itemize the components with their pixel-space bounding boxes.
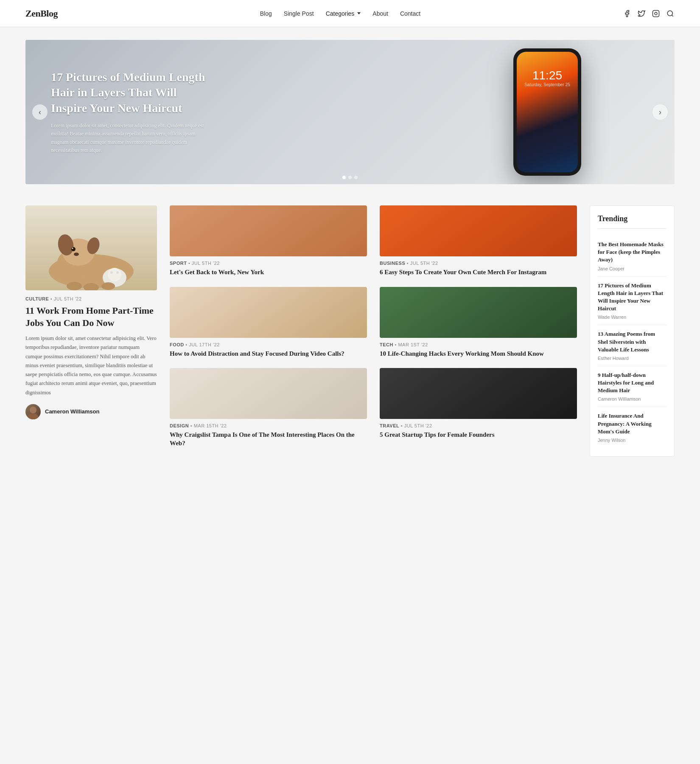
trending-item-3: 9 Half-up/half-down Hairstyles for Long … xyxy=(598,366,666,407)
svg-line-3 xyxy=(672,15,673,16)
left-card-1: FOOD • JUL 17TH '22 How to Avoid Distrac… xyxy=(170,285,367,358)
right-card-0: BUSINESS • JUL 5TH '22 6 Easy Steps To C… xyxy=(380,205,577,277)
card-title-right-1[interactable]: 10 Life-Changing Hacks Every Working Mom… xyxy=(380,350,577,358)
trending-item-author-0: Jane Cooper xyxy=(598,266,666,271)
nav-blog[interactable]: Blog xyxy=(260,10,272,17)
card-image-right-2 xyxy=(380,368,577,419)
trending-title: Trending xyxy=(598,214,666,229)
social-icons-group xyxy=(623,9,675,18)
svg-rect-0 xyxy=(653,10,659,17)
svg-point-18 xyxy=(101,282,115,290)
svg-point-15 xyxy=(116,271,119,274)
trending-item-author-3: Cameron Williamson xyxy=(598,396,666,402)
card-image-left-2 xyxy=(170,368,367,419)
svg-point-19 xyxy=(30,407,36,413)
nav-about[interactable]: About xyxy=(372,10,388,17)
nav-contact[interactable]: Contact xyxy=(400,10,420,17)
svg-point-10 xyxy=(72,248,73,249)
svg-point-11 xyxy=(74,253,79,256)
svg-point-20 xyxy=(28,413,38,419)
card-title-left-0[interactable]: Let's Get Back to Work, New York xyxy=(170,268,367,277)
svg-point-13 xyxy=(108,268,121,281)
nav-single-post[interactable]: Single Post xyxy=(284,10,314,17)
card-title-right-2[interactable]: 5 Great Startup Tips for Female Founders xyxy=(380,431,577,439)
card-meta-right-0: BUSINESS • JUL 5TH '22 xyxy=(380,261,577,266)
site-header: ZenBlog Blog Single Post Categories Abou… xyxy=(0,0,700,27)
featured-article-image xyxy=(25,205,157,290)
author-name[interactable]: Cameron Williamson xyxy=(45,408,99,415)
trending-item-author-2: Esther Howard xyxy=(598,356,666,361)
mid-right-column: BUSINESS • JUL 5TH '22 6 Easy Steps To C… xyxy=(380,205,577,457)
card-meta-right-2: TRAVEL • JUL 5TH '22 xyxy=(380,423,577,428)
card-meta-left-1: FOOD • JUL 17TH '22 xyxy=(170,342,367,347)
twitter-icon[interactable] xyxy=(637,9,646,18)
svg-point-14 xyxy=(110,271,113,274)
site-logo[interactable]: ZenBlog xyxy=(25,8,58,19)
card-title-left-2[interactable]: Why Craigslist Tampa Is One of The Most … xyxy=(170,431,367,447)
svg-point-2 xyxy=(667,11,672,16)
featured-article-meta: CULTURE • JUL 5TH '22 xyxy=(25,296,157,301)
card-image-left-1 xyxy=(170,287,367,338)
hero-phone-image: 11:25 Saturday, September 25 xyxy=(513,48,598,184)
author-avatar xyxy=(25,404,41,419)
hero-description: Lorem ipsum dolor sit amet, consectetur … xyxy=(51,122,212,154)
hero-title: 17 Pictures of Medium Length Hair in Lay… xyxy=(51,70,212,116)
right-card-2: TRAVEL • JUL 5TH '22 5 Great Startup Tip… xyxy=(380,366,577,439)
search-icon[interactable] xyxy=(666,9,675,18)
dog-svg xyxy=(36,212,146,290)
trending-item-1: 17 Pictures of Medium Length Hair in Lay… xyxy=(598,277,666,326)
right-card-1: TECH • MAR 1ST '22 10 Life-Changing Hack… xyxy=(380,285,577,358)
hero-content: 17 Pictures of Medium Length Hair in Lay… xyxy=(51,70,212,154)
card-meta-left-2: DESIGN • MAR 15TH '22 xyxy=(170,423,367,428)
trending-item-author-1: Wade Warren xyxy=(598,315,666,320)
card-meta-left-0: SPORT • JUL 5TH '22 xyxy=(170,261,367,266)
trending-item-title-0[interactable]: The Best Homemade Masks for Face (keep t… xyxy=(598,241,666,264)
featured-article-excerpt: Lorem ipsum dolor sit, amet consectetur … xyxy=(25,334,157,397)
svg-point-9 xyxy=(71,247,76,251)
dog-image xyxy=(25,205,157,290)
hero-dot-2[interactable] xyxy=(348,176,352,179)
facebook-icon[interactable] xyxy=(623,9,631,18)
card-image-right-1 xyxy=(380,287,577,338)
card-image-right-0 xyxy=(380,205,577,256)
hero-dot-1[interactable] xyxy=(342,176,346,179)
featured-article-title[interactable]: 11 Work From Home Part-Time Jobs You Can… xyxy=(25,305,157,329)
phone-time: 11:25 xyxy=(517,52,578,82)
hero-dot-3[interactable] xyxy=(354,176,358,179)
instagram-icon[interactable] xyxy=(652,9,660,18)
phone-date: Saturday, September 25 xyxy=(517,82,578,87)
trending-item-2: 13 Amazing Poems from Shel Silverstein w… xyxy=(598,325,666,366)
main-content: CULTURE • JUL 5TH '22 11 Work From Home … xyxy=(0,197,700,474)
trending-item-title-3[interactable]: 9 Half-up/half-down Hairstyles for Long … xyxy=(598,371,666,395)
trending-item-title-1[interactable]: 17 Pictures of Medium Length Hair in Lay… xyxy=(598,282,666,313)
card-meta-right-1: TECH • MAR 1ST '22 xyxy=(380,342,577,347)
hero-slider: 11:25 Saturday, September 25 17 Pictures… xyxy=(25,40,675,184)
featured-article-date-separator: • xyxy=(50,296,54,301)
hero-dots xyxy=(342,176,358,179)
trending-item-4: Life Insurance And Pregnancy: A Working … xyxy=(598,407,666,448)
featured-article: CULTURE • JUL 5TH '22 11 Work From Home … xyxy=(25,205,157,457)
card-image-left-0 xyxy=(170,205,367,256)
chevron-down-icon xyxy=(357,12,361,14)
featured-article-date: JUL 5TH '22 xyxy=(54,296,82,301)
featured-article-category: CULTURE xyxy=(25,296,49,301)
mid-left-column: SPORT • JUL 5TH '22 Let's Get Back to Wo… xyxy=(170,205,367,457)
featured-article-author-row: Cameron Williamson xyxy=(25,404,157,419)
trending-item-0: The Best Homemade Masks for Face (keep t… xyxy=(598,236,666,277)
left-card-0: SPORT • JUL 5TH '22 Let's Get Back to Wo… xyxy=(170,205,367,277)
svg-point-16 xyxy=(67,282,82,290)
trending-sidebar: Trending The Best Homemade Masks for Fac… xyxy=(590,205,675,457)
main-nav: Blog Single Post Categories About Contac… xyxy=(260,10,420,17)
left-card-2: DESIGN • MAR 15TH '22 Why Craigslist Tam… xyxy=(170,366,367,447)
trending-item-title-2[interactable]: 13 Amazing Poems from Shel Silverstein w… xyxy=(598,330,666,354)
card-title-left-1[interactable]: How to Avoid Distraction and Stay Focuse… xyxy=(170,350,367,358)
trending-items-list: The Best Homemade Masks for Face (keep t… xyxy=(598,236,666,448)
card-title-right-0[interactable]: 6 Easy Steps To Create Your Own Cute Mer… xyxy=(380,268,577,277)
trending-item-title-4[interactable]: Life Insurance And Pregnancy: A Working … xyxy=(598,412,666,435)
nav-categories[interactable]: Categories xyxy=(326,10,361,17)
trending-item-author-4: Jenny Wilson xyxy=(598,438,666,443)
hero-prev-button[interactable]: ‹ xyxy=(32,104,48,120)
hero-next-button[interactable]: › xyxy=(652,104,668,120)
